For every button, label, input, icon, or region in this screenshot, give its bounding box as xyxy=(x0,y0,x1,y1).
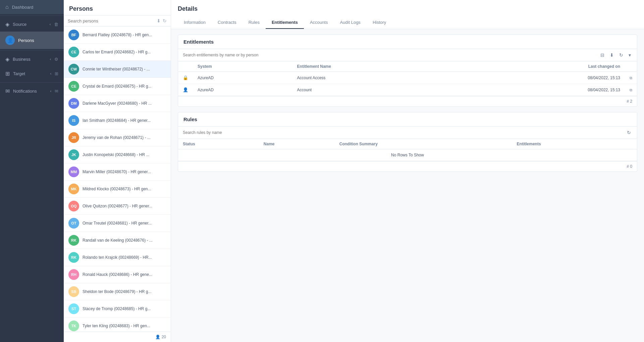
person-item-st[interactable]: ST Stacey de Tromp (00248685) - HR g... xyxy=(64,300,171,317)
tab-audit-logs[interactable]: Audit Logs xyxy=(334,16,366,29)
tab-rules[interactable]: Rules xyxy=(243,16,266,29)
entitlements-search-bar: ⊟ ⬇ ↻ ▾ xyxy=(178,49,637,61)
person-item-cw[interactable]: CW Connie ter Wintheiser (00248672) - ..… xyxy=(64,61,171,78)
person-item-rk[interactable]: RK Randall van de Keeling (00248676) - .… xyxy=(64,232,171,249)
download-entitlements-icon[interactable]: ⬇ xyxy=(608,52,615,58)
sidebar-item-business[interactable]: ◈ Business ‹ ⚙ xyxy=(0,52,64,66)
refresh-icon-persons[interactable]: ↻ xyxy=(163,18,167,23)
entitlement-row-link[interactable]: ⧉ xyxy=(625,84,637,96)
person-item-tk[interactable]: TK Tyler ten Kling (00248683) - HR gen..… xyxy=(64,317,171,332)
person-name-mk: Mildred Klocko (00248673) - HR gen... xyxy=(83,187,151,191)
person-name-st: Stacey de Tromp (00248685) - HR g... xyxy=(83,306,151,311)
tab-entitlements[interactable]: Entitlements xyxy=(266,16,304,29)
chevron-left-icon-target: ‹ xyxy=(50,72,51,76)
avatar-rh: RH xyxy=(68,269,79,280)
col-entitlement-name: Entitlement Name xyxy=(292,61,462,72)
person-name-rk2: Rolando ten Krajcik (00248669) - HR... xyxy=(83,255,152,260)
entitlements-search-input[interactable] xyxy=(183,53,599,57)
tab-contracts[interactable]: Contracts xyxy=(212,16,243,29)
details-header: Details InformationContractsRulesEntitle… xyxy=(171,0,644,29)
person-item-mk[interactable]: MK Mildred Klocko (00248673) - HR gen... xyxy=(64,181,171,198)
avatar-dm: DM xyxy=(68,98,79,109)
tab-information[interactable]: Information xyxy=(178,16,212,29)
entitlements-section-header: Entitlements xyxy=(178,35,637,49)
person-item-is[interactable]: IS Ian Smitham (00248684) - HR gener... xyxy=(64,112,171,129)
filter-icon[interactable]: ⊟ xyxy=(599,52,606,58)
avatar-ot: OT xyxy=(68,218,79,229)
sidebar-item-dashboard[interactable]: ⌂ Dashboard xyxy=(0,0,64,14)
search-persons-input[interactable] xyxy=(68,18,155,23)
entitlement-row-system: AzureAD xyxy=(193,72,292,84)
entitlement-row-link[interactable]: ⧉ xyxy=(625,72,637,84)
sidebar-item-target[interactable]: ⊞ Target ‹ ⊞ xyxy=(0,66,64,81)
tab-accounts[interactable]: Accounts xyxy=(304,16,334,29)
source-icon: ◈ xyxy=(5,21,9,28)
rules-search-input[interactable] xyxy=(183,130,626,135)
avatar-bf: BF xyxy=(68,30,79,40)
refresh-entitlements-icon[interactable]: ↻ xyxy=(618,52,625,58)
avatar-ce: CE xyxy=(68,47,79,57)
person-item-oq[interactable]: OQ Olive Quitzon (00248677) - HR gener..… xyxy=(64,198,171,215)
sidebar-divider-3 xyxy=(0,82,64,83)
persons-avatar-icon: 👤 xyxy=(5,36,15,45)
avatar-jr: JR xyxy=(68,132,79,143)
avatar-jk: JK xyxy=(68,149,79,160)
person-item-ce2[interactable]: CE Crystal de Emard (00248675) - HR g... xyxy=(64,78,171,95)
sidebar-divider-1 xyxy=(0,15,64,16)
target-action-icon[interactable]: ⊞ xyxy=(55,71,58,76)
persons-icon: 👤 xyxy=(155,335,160,339)
avatar-cw: CW xyxy=(68,64,79,75)
rules-no-rows-row: No Rows To Show xyxy=(178,149,637,161)
avatar-is: IS xyxy=(68,115,79,126)
persons-search-bar: ⬇ ↻ xyxy=(64,15,171,27)
person-item-ce[interactable]: CE Carlos ter Emard (00248682) - HR g... xyxy=(64,44,171,61)
person-item-jk[interactable]: JK Justin Konopelski (00248668) - HR ... xyxy=(64,146,171,163)
persons-panel: Persons ⬇ ↻ BF Bernard Flatley (00248678… xyxy=(64,0,171,342)
entitlement-row-changed: 08/04/2022, 15:13 xyxy=(462,84,625,96)
col-condition: Condition Summary xyxy=(335,139,512,149)
chevron-down-entitlements-icon[interactable]: ▾ xyxy=(627,52,632,58)
person-name-rk: Randall van de Keeling (00248676) - ... xyxy=(83,238,153,243)
rules-section: Rules ↻ Status Name Condition Summary E xyxy=(178,112,637,172)
person-item-rh[interactable]: RH Ronald Hauck (00248686) - HR gene... xyxy=(64,266,171,283)
sidebar-item-source[interactable]: ◈ Source ‹ 🗑 xyxy=(0,17,64,32)
details-title: Details xyxy=(178,5,637,12)
person-item-rk2[interactable]: RK Rolando ten Krajcik (00248669) - HR..… xyxy=(64,249,171,266)
person-name-ot: Omar Treutel (00248681) - HR gener... xyxy=(83,221,152,226)
target-icon: ⊞ xyxy=(5,70,10,77)
person-name-cw: Connie ter Wintheiser (00248672) - ... xyxy=(83,67,150,71)
person-item-mm[interactable]: MM Marvin Miller (00248670) - HR gener..… xyxy=(64,163,171,181)
rules-search-bar: ↻ xyxy=(178,127,637,139)
avatar-mk: MK xyxy=(68,184,79,194)
refresh-rules-icon[interactable]: ↻ xyxy=(626,129,632,136)
entitlements-title: Entitlements xyxy=(183,39,214,45)
col-name: Name xyxy=(259,139,335,149)
sidebar-label-business: Business xyxy=(13,57,47,62)
person-name-oq: Olive Quitzon (00248677) - HR gener... xyxy=(83,204,152,208)
notifications-action-icon[interactable]: ✉ xyxy=(55,89,58,94)
entitlements-count: # 2 xyxy=(627,99,632,104)
details-tabs: InformationContractsRulesEntitlementsAcc… xyxy=(178,16,637,29)
sidebar-label-source: Source xyxy=(13,22,46,27)
download-icon[interactable]: ⬇ xyxy=(157,18,161,23)
sidebar-divider-2 xyxy=(0,50,64,51)
person-item-ot[interactable]: OT Omar Treutel (00248681) - HR gener... xyxy=(64,215,171,232)
business-action-icon[interactable]: ⚙ xyxy=(54,57,58,62)
person-item-dm[interactable]: DM Darlene MacGyver (00248680) - HR ... xyxy=(64,95,171,112)
source-action-icon[interactable]: 🗑 xyxy=(54,22,58,27)
rules-count: # 0 xyxy=(627,164,632,169)
entitlement-row-icon: 👤 xyxy=(178,84,193,96)
col-entitlements: Entitlements xyxy=(512,139,637,149)
notifications-icon: ✉ xyxy=(5,88,10,94)
person-name-ce2: Crystal de Emard (00248675) - HR g... xyxy=(83,84,151,89)
tab-history[interactable]: History xyxy=(367,16,392,29)
sidebar-item-notifications[interactable]: ✉ Notifications ‹ ✉ xyxy=(0,84,64,98)
sidebar-item-persons[interactable]: 👤 Persons xyxy=(0,32,64,49)
entitlement-row-name: Account Access xyxy=(292,72,462,84)
details-panel: Details InformationContractsRulesEntitle… xyxy=(171,0,644,342)
person-item-jr[interactable]: JR Jeremy van de Rohan (00248671) - ... xyxy=(64,129,171,146)
person-item-bf[interactable]: BF Bernard Flatley (00248678) - HR gen..… xyxy=(64,27,171,44)
sidebar: ⌂ Dashboard ◈ Source ‹ 🗑 👤 Persons ◈ Bus… xyxy=(0,0,64,342)
person-item-sb[interactable]: SB Sheldon ter Bode (00248679) - HR g... xyxy=(64,283,171,300)
col-status: Status xyxy=(178,139,259,149)
